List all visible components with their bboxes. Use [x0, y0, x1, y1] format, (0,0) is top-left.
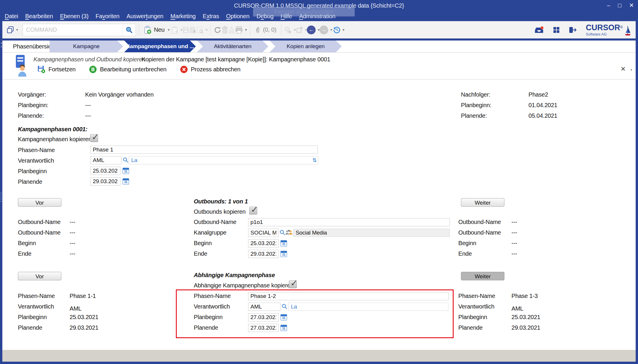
- process-avatar-icon: [15, 54, 27, 78]
- phase-step-kampagnenphasen[interactable]: Kampagnenphasen und ...: [124, 41, 196, 52]
- copy-phases-checkbox[interactable]: [90, 134, 98, 142]
- history-button[interactable]: ▾: [332, 26, 344, 34]
- clipboard-add-icon: [171, 26, 179, 34]
- command-input[interactable]: [23, 26, 122, 33]
- save-button[interactable]: [182, 26, 189, 33]
- vor-button-outbound[interactable]: Vor: [18, 198, 61, 207]
- tooltip-fenster-ausschneiden: Fenster ausschneiden: [253, 7, 355, 16]
- inbox-button[interactable]: [534, 26, 544, 34]
- weiter-button-dependent[interactable]: Weiter: [461, 272, 504, 280]
- dependent-phasen-name-input[interactable]: [248, 292, 449, 300]
- planbeginn-label: Planbeginn: [458, 314, 487, 321]
- dependent-verantwortlich-code-input[interactable]: [248, 303, 280, 311]
- calendar-icon[interactable]: 31: [280, 324, 287, 331]
- planende-value: ---: [85, 112, 91, 119]
- planende-input[interactable]: [90, 177, 120, 186]
- phase-step-kopien-anlegen[interactable]: Kopien anlegen: [270, 41, 342, 52]
- verantwortlich-value: AML: [511, 305, 523, 312]
- tiles-button[interactable]: [553, 26, 560, 33]
- prozess-abbrechen-button[interactable]: Prozess abbrechen: [180, 65, 240, 73]
- close-button[interactable]: ✕: [629, 1, 634, 9]
- menu-auswertungen[interactable]: Auswertungen: [127, 13, 163, 20]
- menu-optionen[interactable]: Optionen: [226, 13, 250, 20]
- outbound-name-value: ---: [70, 219, 75, 225]
- logout-button[interactable]: [569, 26, 577, 33]
- dependent-verantwortlich-display-field[interactable]: La: [288, 303, 448, 311]
- panel-collapse-toggle[interactable]: ‹›: [0, 41, 3, 48]
- calendar-icon[interactable]: 31: [280, 240, 287, 247]
- delete-button[interactable]: [222, 26, 228, 34]
- attachments-button[interactable]: (0, 0): [253, 25, 278, 35]
- chevron-down-icon[interactable]: ▾: [630, 68, 632, 72]
- phasen-name-input[interactable]: [90, 146, 318, 154]
- cursor-logo: CURSOR® Software AG: [586, 24, 632, 36]
- fortsetzen-button[interactable]: Fortsetzen: [38, 65, 75, 73]
- save-close-button[interactable]: [189, 26, 196, 33]
- print-button[interactable]: ▾: [235, 26, 247, 33]
- quick-search-button[interactable]: ▾: [196, 26, 207, 33]
- minimize-button[interactable]: –: [607, 1, 610, 9]
- measure-button[interactable]: [228, 26, 235, 33]
- menu-datei[interactable]: Datei: [5, 13, 18, 20]
- refresh-icon: [213, 26, 222, 34]
- splitter-grip[interactable]: [1, 191, 2, 203]
- maximize-button[interactable]: □: [618, 1, 622, 9]
- phase-overview-bar: Phasenübersicht: Kampagne Kampagnenphase…: [2, 41, 636, 53]
- calendar-icon[interactable]: 31: [122, 178, 129, 185]
- copy-record-button[interactable]: ▾: [171, 26, 182, 34]
- process-header: Kampagnenphasen und Outbound kopieren Ko…: [2, 53, 636, 80]
- dependent-heading: Abhängige Kampagnenphase: [194, 272, 275, 279]
- planbeginn-input[interactable]: [90, 167, 120, 175]
- menu-bearbeiten[interactable]: Bearbeiten: [25, 13, 53, 20]
- process-title: Kopieren der Kampagne [test kampagne [Ko…: [142, 56, 330, 63]
- outbound-name-input[interactable]: [248, 218, 450, 226]
- planbeginn-value: ---: [85, 102, 91, 109]
- neu-button[interactable]: Neu▾: [142, 25, 171, 35]
- copy-outbounds-checkbox[interactable]: [249, 207, 257, 215]
- kanalgruppe-code-input[interactable]: [248, 229, 279, 237]
- open-external-button[interactable]: ▾: [296, 26, 307, 33]
- phase-step-kampagne[interactable]: Kampagne: [50, 41, 123, 52]
- forward-icon: →: [319, 26, 328, 34]
- verantwortlich-code-input[interactable]: [90, 156, 122, 164]
- menu-marketing[interactable]: Marketing: [171, 13, 196, 20]
- navigate-back-button[interactable]: ←▾: [307, 26, 319, 34]
- dependent-planende-input[interactable]: [248, 324, 279, 332]
- command-search-button[interactable]: [122, 24, 136, 36]
- ende-input[interactable]: [248, 250, 279, 258]
- weiter-button-outbound[interactable]: Weiter: [461, 198, 504, 207]
- phase-step-aktivitaetenarten[interactable]: Aktivitätenarten: [197, 41, 268, 52]
- verantwortlich-display-field[interactable]: La ⇅: [129, 156, 318, 164]
- refresh-button[interactable]: [213, 26, 222, 34]
- outbound-name-label: Outbound-Name: [458, 229, 501, 236]
- sort-toggle-icon[interactable]: ⇅: [312, 157, 317, 164]
- copy-dependent-checkbox[interactable]: [289, 280, 297, 288]
- copy-dependent-label: Abhängige Kampagnenphase kopieren: [194, 282, 293, 289]
- close-panel-icon[interactable]: ✕: [621, 65, 626, 73]
- dependent-planbeginn-input[interactable]: [248, 313, 279, 321]
- export-button[interactable]: ▾: [284, 26, 296, 33]
- lookup-search-icon[interactable]: [282, 304, 287, 309]
- cancel-icon: [180, 65, 188, 73]
- status-strip: [2, 350, 636, 362]
- menu-favoriten[interactable]: Favoriten: [95, 13, 119, 20]
- menu-ebenen[interactable]: Ebenen (3): [60, 13, 88, 20]
- vor-button-dependent[interactable]: Vor: [18, 272, 61, 280]
- lookup-search-icon[interactable]: [280, 230, 285, 235]
- phasen-name-label: Phasen-Name: [458, 293, 495, 299]
- toolbar-separator: [139, 25, 139, 35]
- beginn-input[interactable]: [248, 239, 279, 247]
- menu-extras[interactable]: Extras: [203, 13, 219, 20]
- calendar-icon[interactable]: 31: [280, 314, 287, 321]
- verantwortlich-label: Verantwortlich: [194, 303, 230, 310]
- verantwortlich-value: AML: [70, 305, 82, 312]
- new-window-button[interactable]: ▾: [6, 26, 18, 34]
- calendar-icon[interactable]: 31: [122, 167, 129, 174]
- process-name: Kampagnenphasen und Outbound kopieren: [33, 56, 145, 63]
- lookup-search-icon[interactable]: [123, 157, 129, 163]
- svg-text:31: 31: [282, 242, 286, 246]
- bearbeitung-unterbrechen-button[interactable]: Bearbeitung unterbrechen: [89, 65, 166, 73]
- navigate-forward-button[interactable]: →▾: [319, 26, 332, 34]
- kanalgruppe-display-field: Social Media: [293, 229, 450, 237]
- calendar-icon[interactable]: 31: [280, 250, 287, 257]
